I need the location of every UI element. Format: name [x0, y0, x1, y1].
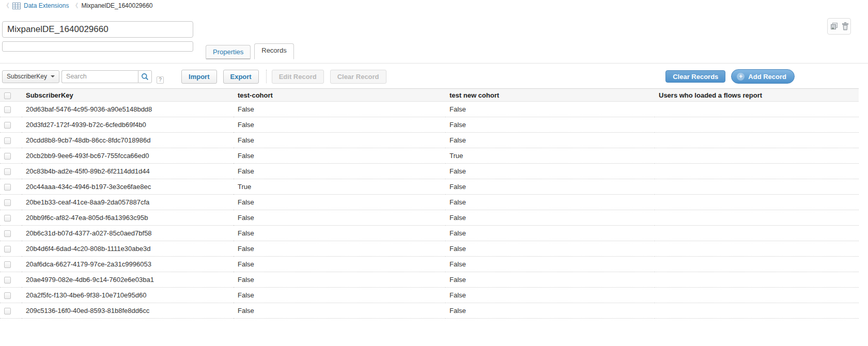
cell-subscriber-key: 20cb2bb9-9ee6-493f-bc67-755fcca66ed0: [22, 148, 234, 164]
edit-record-button[interactable]: Edit Record: [272, 70, 324, 84]
cell-test-cohort: False: [234, 102, 445, 117]
cell-flows-report: [655, 133, 859, 148]
cell-test-cohort: False: [234, 288, 445, 303]
cell-test-cohort: False: [234, 257, 445, 272]
row-checkbox[interactable]: [4, 199, 11, 206]
cell-subscriber-key: 20af6dca-6627-4179-97ce-2a31c9996053: [22, 257, 234, 272]
toolbar-divider: [266, 70, 267, 83]
cell-test-cohort: False: [234, 226, 445, 241]
column-header-flows-report[interactable]: Users who loaded a flows report: [655, 89, 859, 102]
add-record-label: Add Record: [748, 73, 786, 81]
row-checkbox[interactable]: [4, 168, 11, 175]
toolbar-right-group: Clear Records + Add Record: [665, 69, 795, 84]
row-checkbox[interactable]: [4, 230, 11, 237]
row-checkbox[interactable]: [4, 292, 11, 299]
add-record-button[interactable]: + Add Record: [731, 69, 795, 84]
select-all-checkbox[interactable]: [4, 92, 11, 99]
copy-icon[interactable]: [830, 22, 839, 30]
tab-bar: Properties Records: [206, 43, 298, 59]
column-header-subscriberkey[interactable]: SubscriberKey: [22, 89, 234, 102]
cell-subscriber-key: 20a2f5fc-f130-4be6-9f38-10e710e95d60: [22, 288, 234, 303]
row-checkbox[interactable]: [4, 184, 11, 191]
tab-properties[interactable]: Properties: [206, 45, 251, 59]
search-field-dropdown[interactable]: SubscriberKey: [2, 70, 59, 83]
search-combo: [61, 70, 152, 83]
cell-test-cohort: False: [234, 164, 445, 179]
row-checkbox[interactable]: [4, 277, 11, 284]
cell-flows-report: [655, 210, 859, 226]
cell-flows-report: [655, 241, 859, 257]
export-button[interactable]: Export: [223, 70, 259, 84]
data-extension-records-page: 《 Data Extensions 《 MixpanelDE_164002966…: [0, 0, 868, 346]
row-checkbox[interactable]: [4, 215, 11, 222]
tab-records[interactable]: Records: [254, 43, 293, 59]
cell-flows-report: [655, 303, 859, 319]
cell-test-new-cohort: False: [445, 210, 655, 226]
cell-subscriber-key: 20ae4979-082e-4db6-9c14-7602e6e03ba1: [22, 272, 234, 288]
cell-test-new-cohort: False: [445, 195, 655, 210]
cell-flows-report: [655, 102, 859, 117]
cell-test-new-cohort: False: [445, 117, 655, 133]
cell-test-new-cohort: False: [445, 257, 655, 272]
cell-flows-report: [655, 226, 859, 241]
records-panel: SubscriberKey ? Import Export Edit Recor…: [0, 63, 868, 346]
cell-subscriber-key: 20bb9f6c-af82-47ea-805d-f6a13963c95b: [22, 210, 234, 226]
extension-actions-group: [827, 18, 851, 35]
row-checkbox[interactable]: [4, 137, 11, 144]
table-row: 20cb2bb9-9ee6-493f-bc67-755fcca66ed0 Fal…: [0, 148, 859, 164]
clear-record-button[interactable]: Clear Record: [330, 70, 386, 84]
column-header-test-cohort[interactable]: test-cohort: [234, 89, 445, 102]
data-extension-grid-icon: [12, 3, 21, 9]
search-button[interactable]: [138, 70, 152, 83]
cell-test-cohort: False: [234, 148, 445, 164]
cell-subscriber-key: 20cdd8b8-9cb7-48db-86cc-8fdc7018986d: [22, 133, 234, 148]
row-checkbox[interactable]: [4, 122, 11, 129]
breadcrumb-link-data-extensions[interactable]: Data Extensions: [24, 2, 69, 9]
cell-flows-report: [655, 288, 859, 303]
cell-subscriber-key: 20be1b33-ceaf-41ce-8aa9-2da057887cfa: [22, 195, 234, 210]
cell-test-cohort: True: [234, 179, 445, 195]
cell-test-cohort: False: [234, 133, 445, 148]
row-checkbox[interactable]: [4, 261, 11, 268]
table-row: 20be1b33-ceaf-41ce-8aa9-2da057887cfa Fal…: [0, 195, 859, 210]
cell-test-new-cohort: False: [445, 241, 655, 257]
table-row: 20ae4979-082e-4db6-9c14-7602e6e03ba1 Fal…: [0, 272, 859, 288]
table-row: 20b6c31d-b07d-4377-a027-85c0aed7bf58 Fal…: [0, 226, 859, 241]
search-input[interactable]: [61, 70, 138, 83]
table-header-row: SubscriberKey test-cohort test new cohor…: [0, 89, 859, 102]
extension-name-input[interactable]: [2, 21, 193, 38]
row-checkbox[interactable]: [4, 246, 11, 253]
cell-test-new-cohort: True: [445, 148, 655, 164]
column-header-test-new-cohort[interactable]: test new cohort: [445, 89, 655, 102]
row-checkbox[interactable]: [4, 153, 11, 160]
trash-icon[interactable]: [842, 22, 849, 30]
chevron-down-icon: [51, 75, 55, 77]
table-row: 20af6dca-6627-4179-97ce-2a31c9996053 Fal…: [0, 257, 859, 272]
cell-test-cohort: False: [234, 272, 445, 288]
cell-flows-report: [655, 117, 859, 133]
cell-flows-report: [655, 195, 859, 210]
table-row: 209c5136-16f0-40ed-8593-81b8fe8dd6cc Fal…: [0, 303, 859, 319]
row-checkbox[interactable]: [4, 308, 11, 314]
table-row: 20a2f5fc-f130-4be6-9f38-10e710e95d60 Fal…: [0, 288, 859, 303]
search-field-dropdown-value: SubscriberKey: [7, 73, 47, 80]
table-row: 20bb9f6c-af82-47ea-805d-f6a13963c95b Fal…: [0, 210, 859, 226]
row-checkbox[interactable]: [4, 106, 11, 113]
extension-description-input[interactable]: [2, 41, 193, 52]
cell-test-cohort: False: [234, 241, 445, 257]
cell-test-new-cohort: False: [445, 179, 655, 195]
cell-test-new-cohort: False: [445, 164, 655, 179]
import-button[interactable]: Import: [181, 70, 216, 84]
search-icon: [141, 73, 149, 81]
help-icon[interactable]: ?: [157, 76, 164, 84]
table-row: 20cdd8b8-9cb7-48db-86cc-8fdc7018986d Fal…: [0, 133, 859, 148]
table-row: 20d3fd27-172f-4939-b72c-6cfedb69f4b0 Fal…: [0, 117, 859, 133]
cell-test-cohort: False: [234, 195, 445, 210]
cell-test-cohort: False: [234, 210, 445, 226]
table-row: 20b4d6f4-6dad-4c20-808b-1111e30abe3d Fal…: [0, 241, 859, 257]
cell-subscriber-key: 20d3fd27-172f-4939-b72c-6cfedb69f4b0: [22, 117, 234, 133]
back-chevron-icon[interactable]: 《: [3, 2, 9, 9]
clear-records-button[interactable]: Clear Records: [665, 70, 725, 83]
breadcrumb: 《 Data Extensions 《 MixpanelDE_164002966…: [3, 2, 153, 9]
cell-test-cohort: False: [234, 303, 445, 319]
